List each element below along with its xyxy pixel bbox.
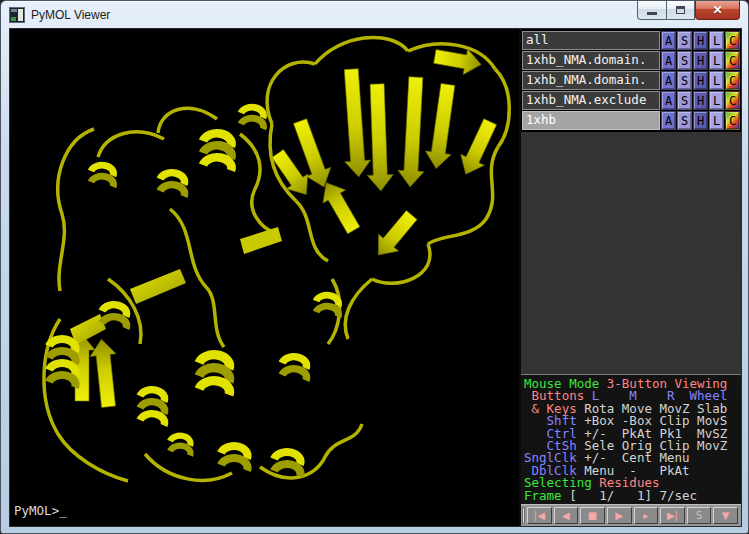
show-button[interactable]: S bbox=[677, 91, 692, 110]
client-area: PyMOL>_ all A S H L C 1xhb_NMA.domain. A… bbox=[9, 28, 742, 527]
label-button[interactable]: L bbox=[709, 31, 724, 50]
show-button[interactable]: S bbox=[677, 111, 692, 130]
app-icon bbox=[9, 7, 25, 23]
window-title: PyMOL Viewer bbox=[31, 8, 110, 22]
close-button[interactable]: ✕ bbox=[695, 1, 740, 20]
color-button[interactable]: C bbox=[725, 71, 740, 90]
color-button[interactable]: C bbox=[725, 91, 740, 110]
maximize-button[interactable] bbox=[666, 1, 695, 20]
hide-button[interactable]: H bbox=[693, 91, 708, 110]
label-button[interactable]: L bbox=[709, 71, 724, 90]
object-row: 1xhb_NMA.domain. A S H L C bbox=[522, 71, 740, 90]
object-name-1xhb[interactable]: 1xhb bbox=[522, 111, 660, 130]
minimize-button[interactable] bbox=[637, 1, 666, 20]
show-button[interactable]: S bbox=[677, 31, 692, 50]
maximize-icon bbox=[676, 6, 685, 14]
cursor: _ bbox=[59, 503, 67, 518]
step-back-button[interactable]: ◀ bbox=[554, 507, 579, 524]
object-row: all A S H L C bbox=[522, 31, 740, 50]
action-button[interactable]: A bbox=[661, 91, 676, 110]
menu-button[interactable]: ▼ bbox=[713, 507, 738, 524]
stop-button[interactable]: ■ bbox=[580, 507, 605, 524]
label-button[interactable]: L bbox=[709, 91, 724, 110]
hide-button[interactable]: H bbox=[693, 31, 708, 50]
pymol-window: PyMOL Viewer ✕ bbox=[0, 0, 749, 534]
playback-strip: |◀ ◀ ■ ▶ ▸ ▶| S ▼ bbox=[521, 504, 741, 526]
label-button[interactable]: L bbox=[709, 111, 724, 130]
action-button[interactable]: A bbox=[661, 111, 676, 130]
show-button[interactable]: S bbox=[677, 71, 692, 90]
color-button[interactable]: C bbox=[725, 51, 740, 70]
action-button[interactable]: A bbox=[661, 51, 676, 70]
3d-viewport[interactable]: PyMOL>_ bbox=[10, 29, 519, 526]
object-row: 1xhb A S H L C bbox=[522, 111, 740, 130]
color-button[interactable]: C bbox=[725, 111, 740, 130]
control-panel: all A S H L C 1xhb_NMA.domain. A S H L C… bbox=[521, 29, 741, 526]
scene-button[interactable]: S bbox=[687, 507, 712, 524]
action-button[interactable]: A bbox=[661, 31, 676, 50]
action-button[interactable]: A bbox=[661, 71, 676, 90]
label-button[interactable]: L bbox=[709, 51, 724, 70]
play-button[interactable]: ▶ bbox=[607, 507, 632, 524]
show-button[interactable]: S bbox=[677, 51, 692, 70]
helices bbox=[49, 107, 339, 476]
strand-pieces bbox=[70, 227, 282, 345]
hide-button[interactable]: H bbox=[693, 51, 708, 70]
go-to-end-button[interactable]: ▶| bbox=[660, 507, 685, 524]
hide-button[interactable]: H bbox=[693, 71, 708, 90]
panel-spacer bbox=[521, 132, 741, 374]
mouse-mode-panel: Mouse Mode 3-Button Viewing Buttons L M … bbox=[521, 374, 741, 504]
beta-sheet bbox=[69, 44, 502, 409]
frame-line: Frame [ 1/ 1] 7/sec bbox=[524, 490, 738, 502]
object-name[interactable]: 1xhb_NMA.exclude bbox=[522, 91, 660, 110]
minimize-icon bbox=[647, 12, 657, 15]
go-to-start-button[interactable]: |◀ bbox=[527, 507, 552, 524]
close-icon: ✕ bbox=[712, 3, 722, 17]
titlebar[interactable]: PyMOL Viewer bbox=[1, 1, 748, 28]
window-controls: ✕ bbox=[637, 1, 740, 20]
object-name[interactable]: 1xhb_NMA.domain. bbox=[522, 51, 660, 70]
hide-button[interactable]: H bbox=[693, 111, 708, 130]
object-row: 1xhb_NMA.exclude A S H L C bbox=[522, 91, 740, 110]
step-forward-button[interactable]: ▸ bbox=[634, 507, 659, 524]
object-name[interactable]: 1xhb_NMA.domain. bbox=[522, 71, 660, 90]
object-list: all A S H L C 1xhb_NMA.domain. A S H L C… bbox=[521, 29, 741, 132]
color-button[interactable]: C bbox=[725, 31, 740, 50]
protein-cartoon bbox=[10, 29, 519, 526]
strip-handle bbox=[522, 507, 525, 524]
command-prompt[interactable]: PyMOL>_ bbox=[14, 503, 67, 518]
object-name-all[interactable]: all bbox=[522, 31, 660, 50]
object-row: 1xhb_NMA.domain. A S H L C bbox=[522, 51, 740, 70]
